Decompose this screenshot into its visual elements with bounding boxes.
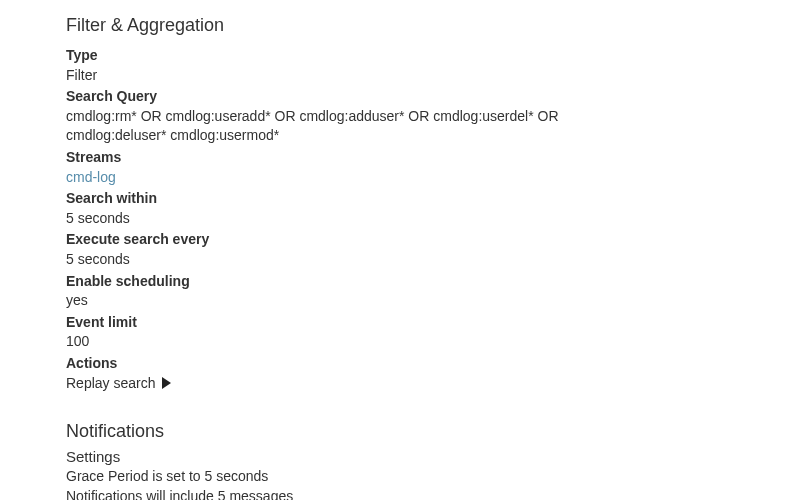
replay-search-button[interactable]: Replay search: [66, 374, 171, 394]
replay-search-label: Replay search: [66, 374, 156, 394]
search-within-label: Search within: [66, 189, 800, 209]
actions-value: Replay search: [66, 374, 656, 394]
grace-period-text: Grace Period is set to 5 seconds: [66, 467, 800, 487]
play-icon: [162, 377, 171, 389]
settings-heading: Settings: [66, 448, 800, 465]
search-query-label: Search Query: [66, 87, 800, 107]
notifications-heading: Notifications: [66, 421, 800, 442]
execute-every-value: 5 seconds: [66, 250, 656, 270]
enable-scheduling-label: Enable scheduling: [66, 272, 800, 292]
stream-link-cmd-log[interactable]: cmd-log: [66, 169, 116, 185]
include-messages-text: Notifications will include 5 messages: [66, 487, 800, 500]
event-limit-value: 100: [66, 332, 656, 352]
filter-aggregation-heading: Filter & Aggregation: [66, 15, 800, 36]
execute-every-label: Execute search every: [66, 230, 800, 250]
actions-label: Actions: [66, 354, 800, 374]
search-query-value: cmdlog:rm* OR cmdlog:useradd* OR cmdlog:…: [66, 107, 656, 146]
enable-scheduling-value: yes: [66, 291, 656, 311]
type-label: Type: [66, 46, 800, 66]
search-within-value: 5 seconds: [66, 209, 656, 229]
event-limit-label: Event limit: [66, 313, 800, 333]
filter-definition-list: Type Filter Search Query cmdlog:rm* OR c…: [66, 46, 800, 393]
streams-value: cmd-log: [66, 168, 656, 188]
streams-label: Streams: [66, 148, 800, 168]
type-value: Filter: [66, 66, 656, 86]
